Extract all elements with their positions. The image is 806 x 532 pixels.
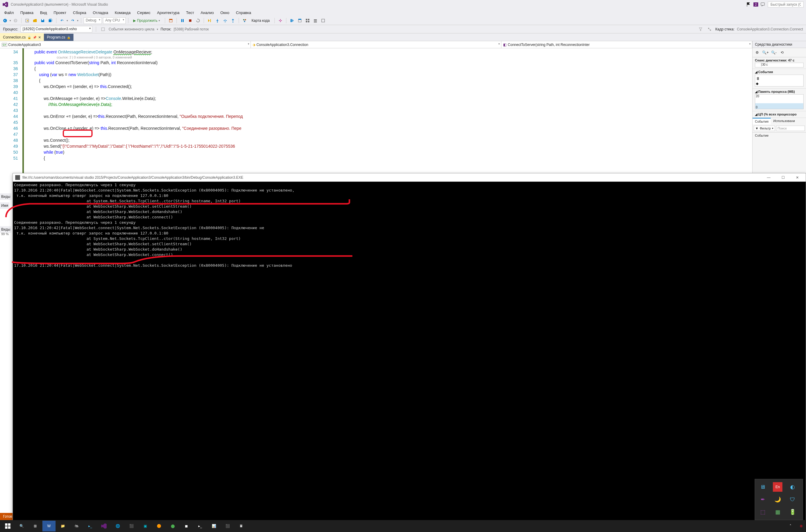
taskbar-vs-icon[interactable] [97,521,110,523]
undo-icon[interactable] [59,17,66,24]
tray-icon-4[interactable]: ✒ [758,495,768,504]
menu-team[interactable]: Команда [112,9,133,16]
tool-icon-5[interactable] [320,17,326,24]
process-dropdown[interactable]: [16292] ConsoleApplication3.vsho [21,26,92,33]
menu-view[interactable]: Вид [37,9,50,16]
taskbar-calc-icon[interactable]: 🖩 [235,521,248,523]
tool-icon-1[interactable] [289,17,295,24]
taskbar-store-icon[interactable]: 🛍 [70,521,83,523]
menu-architecture[interactable]: Архитектура [154,9,182,16]
tray-close-icon[interactable]: ⊗ [798,521,805,523]
next-statement-icon[interactable] [206,17,213,24]
restart-icon[interactable] [195,17,201,24]
side-views2[interactable]: Виды [0,226,11,233]
search-icon[interactable]: 🔍 [15,521,28,523]
diag-reset-icon[interactable]: ⟲ [779,49,785,56]
close-tab-icon[interactable]: ✕ [38,36,41,39]
flag-icon[interactable] [746,2,751,7]
stackframe-graph-icon[interactable] [706,26,713,33]
taskbar-cmd-icon[interactable]: ▸_ [194,521,207,523]
config-dropdown[interactable]: Debug [84,17,102,24]
stop-icon[interactable] [187,17,194,24]
continue-button[interactable]: ▶Продолжить▾ [131,17,163,24]
tray-icon-9[interactable]: 🔋 [788,507,797,517]
taskbar-powershell-icon[interactable]: ▸_ [84,521,97,523]
tray-icon-lang[interactable]: En [773,482,783,492]
taskview-icon[interactable]: ⊞ [29,521,42,523]
codelens[interactable]: ссылок: 2 | 0 изменений | 0 авторов, 0 и… [24,55,752,60]
tray-icon-7[interactable]: ⬚ [758,507,768,517]
tool-icon-4[interactable] [312,17,319,24]
taskbar-app8-icon[interactable]: ⬛ [221,521,234,523]
tray-icon-6[interactable]: 🛡 [788,495,797,504]
tray-icon-8[interactable]: ▦ [773,507,783,517]
open-icon[interactable] [32,17,38,24]
platform-dropdown[interactable]: Any CPU [103,17,125,24]
pin-icon[interactable]: 📌 [33,36,36,39]
taskbar-explorer-icon[interactable]: 📁 [56,521,69,523]
stackframe-filter-icon[interactable] [697,26,704,33]
console-output[interactable]: Соединение разорвано. Переподключусь чер… [13,182,806,523]
menu-build[interactable]: Сборка [70,9,89,16]
lifecycle-label[interactable]: События жизненного цикла [109,27,154,31]
tray-icon-3[interactable]: ◐ [788,482,797,492]
tool-icon-3[interactable] [304,17,311,24]
diag-zoomout-icon[interactable]: 🔍- [770,49,777,56]
quick-launch-input[interactable] [768,1,804,7]
nav-method[interactable]: ◧ConnectToServer(string Path, int Reconn… [501,41,752,48]
taskbar-app7-icon[interactable]: 📊 [207,521,220,523]
taskbar-app4-icon[interactable]: 🟠 [152,521,165,523]
menu-window[interactable]: Окно [217,9,232,16]
diag-settings-icon[interactable]: ⚙ [754,49,760,56]
tray-chevron-icon[interactable]: ˄ [784,521,797,523]
thread-value[interactable]: [5388] Рабочий поток [173,27,218,31]
nav-back-icon[interactable] [2,17,8,24]
new-item-icon[interactable]: ✦ [24,17,31,24]
menu-help[interactable]: Справка [233,9,254,16]
tray-icon-5[interactable]: 🌙 [773,495,783,504]
tool-icon-2[interactable] [296,17,303,24]
taskbar-app2-icon[interactable]: ⬛ [125,521,138,523]
diag-zoomin-icon[interactable]: 🔍+ [762,49,769,56]
console-maximize-icon[interactable]: ☐ [777,174,789,181]
diag-search[interactable]: Поиск [776,126,805,131]
taskbar-app5-icon[interactable]: ⬤ [166,521,179,523]
browser-select-icon[interactable] [167,17,174,24]
tab-connection[interactable]: Connection.cs 🔒 📌 ✕ [0,33,44,41]
taskbar-chrome-icon[interactable]: 🌐 [111,521,124,523]
console-close-icon[interactable]: ✕ [791,174,803,181]
codemap-button[interactable]: Карта кода [249,17,272,24]
stackframe-value[interactable]: ConsoleApplication3.Connection.Connect [737,27,803,31]
tab-program[interactable]: Program.cs 🔒 [44,34,73,41]
feedback-icon[interactable] [761,2,765,7]
console-minimize-icon[interactable]: — [763,174,775,181]
menu-analyze[interactable]: Анализ [198,9,217,16]
step-over-icon[interactable] [222,17,228,24]
save-icon[interactable] [39,17,46,24]
side-views[interactable]: Виды [0,193,11,200]
redo-icon[interactable] [69,17,76,24]
menu-edit[interactable]: Правка [17,9,36,16]
menu-tools[interactable]: Сервис [134,9,153,16]
menu-debug[interactable]: Отладка [90,9,111,16]
step-into-icon[interactable] [214,17,221,24]
intellitrace-icon[interactable] [277,17,284,24]
lifecycle-icon[interactable] [100,26,106,33]
menu-project[interactable]: Проект [51,9,69,16]
nav-project[interactable]: C#ConsoleApplication3 [0,41,251,48]
side-name[interactable]: Имя [0,202,9,209]
console-titlebar[interactable]: file:///c:/users/roman/documents/visual … [13,173,806,182]
notification-badge[interactable]: 2 [753,2,758,6]
tray-icon-1[interactable]: 🖥 [758,482,768,492]
nav-class[interactable]: ⬗ConsoleApplication3.Connection [251,41,502,48]
menu-file[interactable]: Файл [1,9,17,16]
pause-icon[interactable] [179,17,186,24]
diag-filter[interactable]: ▼Фильтр▾ [754,126,775,131]
step-out-icon[interactable] [230,17,236,24]
menu-test[interactable]: Тест [183,9,197,16]
taskbar-app3-icon[interactable]: ▣ [139,521,152,523]
codemap-graph-icon[interactable] [241,17,248,24]
diag-tab-usage[interactable]: Использовани [771,118,797,125]
diag-tab-events[interactable]: События [753,118,771,125]
taskbar-word-icon[interactable]: W [42,521,56,523]
